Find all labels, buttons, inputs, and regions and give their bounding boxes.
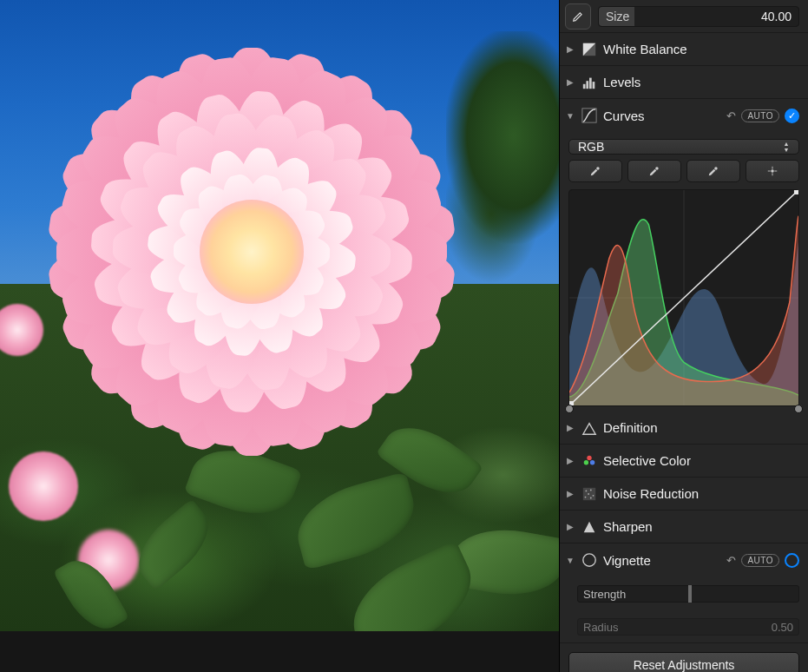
section-selective-color[interactable]: ▶ Selective Color: [560, 445, 808, 478]
levels-icon: [581, 74, 598, 91]
definition-label: Definition: [603, 420, 658, 435]
sidebar-footer: Reset Adjustments: [560, 642, 808, 672]
svg-point-26: [590, 497, 592, 498]
vignette-radius-slider[interactable]: Radius 0.50: [577, 618, 799, 636]
section-vignette[interactable]: ▼ Vignette ↶ AUTO: [560, 544, 808, 576]
curves-icon: [581, 107, 598, 124]
section-levels[interactable]: ▶ Levels: [560, 66, 808, 99]
reset-adjustments-button[interactable]: Reset Adjustments: [568, 652, 799, 672]
chevron-right-icon: ▶: [565, 489, 575, 499]
vignette-label: Vignette: [603, 553, 651, 568]
image-canvas[interactable]: [0, 0, 559, 672]
vignette-auto-button[interactable]: AUTO: [741, 554, 779, 567]
retouch-tool-button[interactable]: [565, 3, 591, 30]
curves-histogram[interactable]: [568, 189, 799, 406]
chevron-right-icon: ▶: [565, 423, 575, 433]
selective-color-label: Selective Color: [603, 453, 691, 468]
svg-point-24: [593, 494, 595, 496]
curves-undo-button[interactable]: ↶: [726, 109, 736, 122]
vignette-icon: [581, 551, 598, 569]
eyedropper-icon: [648, 165, 660, 177]
size-label: Size: [606, 10, 629, 23]
curves-enable-toggle[interactable]: [785, 109, 799, 123]
chevron-right-icon: ▶: [565, 77, 575, 88]
svg-rect-5: [593, 82, 595, 89]
svg-rect-2: [583, 83, 586, 88]
eyedropper-icon: [707, 165, 719, 177]
levels-label: Levels: [603, 75, 640, 89]
chevron-down-icon: ▼: [565, 110, 575, 121]
add-point-icon: [766, 165, 778, 177]
eyedropper-icon: [589, 165, 601, 177]
curves-channel-value: RGB: [578, 140, 604, 154]
svg-point-8: [655, 167, 659, 170]
chevron-right-icon: ▶: [565, 456, 575, 466]
svg-marker-16: [583, 423, 595, 434]
size-value: 40.00: [761, 10, 792, 23]
svg-point-17: [587, 455, 591, 459]
white-balance-icon: [581, 41, 598, 58]
gray-point-picker[interactable]: [627, 160, 681, 182]
chevron-right-icon: ▶: [565, 44, 575, 55]
white-balance-label: White Balance: [603, 42, 687, 56]
retouch-size-row: Size 40.00: [560, 0, 808, 33]
svg-point-23: [588, 493, 589, 495]
chevron-down-icon: ▼: [565, 555, 575, 565]
vignette-strength-label: Strength: [583, 588, 626, 601]
curves-label: Curves: [603, 109, 645, 123]
section-white-balance[interactable]: ▶ White Balance: [560, 33, 808, 66]
svg-rect-14: [794, 190, 798, 194]
svg-point-7: [596, 167, 600, 170]
select-stepper-icon: ▲▼: [779, 141, 793, 153]
sharpen-icon: [581, 518, 598, 536]
section-noise-reduction[interactable]: ▶ Noise Reduction: [560, 478, 808, 511]
add-point-button[interactable]: [746, 160, 799, 182]
chevron-right-icon: ▶: [565, 522, 575, 532]
vignette-enable-toggle[interactable]: [785, 553, 799, 568]
vignette-radius-label: Radius: [583, 621, 618, 634]
photo-preview: [0, 0, 559, 631]
curves-picker-row: [560, 160, 808, 189]
vignette-radius-value: 0.50: [772, 621, 793, 634]
vignette-radius-row: Radius 0.50: [560, 609, 808, 642]
curves-auto-button[interactable]: AUTO: [741, 109, 779, 122]
svg-point-9: [714, 167, 718, 170]
svg-point-10: [771, 169, 774, 173]
vignette-undo-button[interactable]: ↶: [726, 554, 736, 567]
sharpen-label: Sharpen: [603, 519, 653, 534]
black-point-picker[interactable]: [568, 160, 622, 182]
vignette-strength-knob[interactable]: [688, 585, 692, 603]
definition-icon: [581, 419, 598, 437]
adjustments-sidebar: Size 40.00 ▶ White Balance ▶ Levels ▼ Cu…: [559, 0, 808, 672]
retouch-brush-icon: [572, 10, 584, 23]
svg-point-22: [590, 489, 592, 491]
selective-color-icon: [581, 452, 598, 470]
svg-point-25: [585, 496, 587, 497]
section-curves[interactable]: ▼ Curves ↶ AUTO: [560, 99, 808, 132]
vignette-strength-row: Strength: [560, 576, 808, 609]
curve-handle-highlight[interactable]: [794, 405, 803, 413]
vignette-strength-slider[interactable]: Strength: [577, 585, 799, 603]
size-slider[interactable]: Size 40.00: [598, 6, 799, 27]
curves-channel-select[interactable]: RGB ▲▼: [568, 139, 799, 155]
svg-rect-3: [586, 81, 588, 89]
svg-marker-27: [584, 521, 595, 532]
section-sharpen[interactable]: ▶ Sharpen: [560, 511, 808, 544]
noise-reduction-icon: [581, 485, 598, 503]
curve-handle-shadow[interactable]: [565, 405, 574, 413]
svg-rect-4: [589, 77, 592, 89]
svg-point-19: [590, 460, 595, 464]
svg-point-28: [583, 554, 595, 566]
svg-point-18: [584, 460, 588, 464]
svg-point-21: [586, 490, 588, 491]
section-definition[interactable]: ▶ Definition: [560, 412, 808, 445]
noise-reduction-label: Noise Reduction: [603, 486, 699, 501]
white-point-picker[interactable]: [686, 160, 740, 182]
